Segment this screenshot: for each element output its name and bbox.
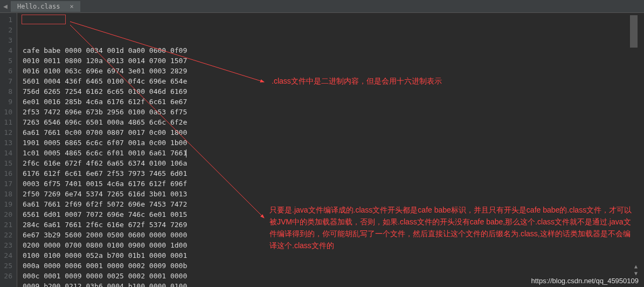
line-number: 11 bbox=[2, 117, 12, 127]
line-number: 21 bbox=[2, 220, 12, 230]
line-number: 4 bbox=[2, 45, 12, 56]
code-content[interactable]: cafe babe 0000 0034 001d 0a00 0600 0f090… bbox=[17, 13, 192, 287]
line-number: 10 bbox=[2, 107, 12, 117]
code-line: 0100 0100 0000 052a b700 01b1 0000 0001 bbox=[23, 250, 187, 261]
line-number: 5 bbox=[2, 56, 12, 66]
code-line: cafe babe 0000 0034 001d 0a00 0600 0f09 bbox=[23, 45, 187, 56]
tab-bar: ◀ Hello.class × bbox=[0, 0, 644, 13]
tab-label: Hello.class bbox=[17, 3, 60, 10]
code-line: 0200 0000 0700 0800 0100 0900 0000 1d00 bbox=[23, 240, 187, 250]
text-caret bbox=[186, 149, 186, 158]
line-number: 20 bbox=[2, 209, 12, 220]
code-line: 0003 6f75 7401 0015 4c6a 6176 612f 696f bbox=[23, 179, 187, 189]
code-line: 0016 0100 063c 696e 6974 3e01 0003 2829 bbox=[23, 66, 187, 76]
watermark: https://blog.csdn.net/qq_45950109 bbox=[531, 277, 639, 285]
line-number: 23 bbox=[2, 240, 12, 250]
code-line: 0010 0011 0800 120a 0013 0014 0700 1507 bbox=[23, 56, 187, 66]
line-number: 3 bbox=[2, 35, 12, 45]
line-number: 22 bbox=[2, 230, 12, 240]
scroll-down-icon[interactable]: ▼ bbox=[634, 270, 638, 276]
code-line: 2f50 7269 6e74 5374 7265 616d 3b01 0013 bbox=[23, 189, 187, 199]
code-line: 6e01 0016 285b 4c6a 6176 612f 6c61 6e67 bbox=[23, 97, 187, 107]
line-number: 24 bbox=[2, 250, 12, 261]
tab-hello-class[interactable]: Hello.class × bbox=[11, 1, 80, 12]
line-number: 17 bbox=[2, 179, 12, 189]
code-line: 0009 b200 0212 03b6 0004 b100 0000 0100 bbox=[23, 281, 187, 287]
code-line: 000a 0000 0006 0001 0000 0002 0009 000b bbox=[23, 261, 187, 271]
code-line: 6561 6d01 0007 7072 696e 746c 6e01 0015 bbox=[23, 209, 187, 220]
code-line: 6176 612f 6c61 6e67 2f53 7973 7465 6d01 bbox=[23, 168, 187, 179]
line-number: 2 bbox=[2, 25, 12, 35]
line-number: 18 bbox=[2, 189, 12, 199]
code-line: 1c01 0005 4865 6c6c 6f01 0010 6a61 7661 bbox=[23, 148, 187, 158]
line-number: 25 bbox=[2, 261, 12, 271]
code-line: 000c 0001 0009 0000 0025 0002 0001 0000 bbox=[23, 271, 187, 281]
code-line: 6a61 7661 0c00 0700 0807 0017 0c00 1800 bbox=[23, 127, 187, 138]
code-line: 6e67 3b29 5600 2000 0500 0600 0000 0000 bbox=[23, 230, 187, 240]
line-number: 15 bbox=[2, 158, 12, 168]
line-number: 16 bbox=[2, 168, 12, 179]
code-line: 1901 0005 6865 6c6c 6f07 001a 0c00 1b00 bbox=[23, 138, 187, 148]
code-line: 6a61 7661 2f69 6f2f 5072 696e 7453 7472 bbox=[23, 199, 187, 209]
code-line: 2f53 7472 696e 673b 2956 0100 0a53 6f75 bbox=[23, 107, 187, 117]
line-number: 12 bbox=[2, 127, 12, 138]
line-number: 13 bbox=[2, 138, 12, 148]
line-number: 19 bbox=[2, 199, 12, 209]
code-line: 5601 0004 436f 6465 0100 0f4c 696e 654e bbox=[23, 76, 187, 86]
scroll-arrows[interactable]: ▲ ▼ bbox=[634, 263, 638, 276]
line-number: 8 bbox=[2, 86, 12, 97]
line-number: 14 bbox=[2, 148, 12, 158]
annotation-hex-note: .class文件中是二进制内容，但是会用十六进制表示 bbox=[272, 77, 442, 86]
code-line: 2f6c 616e 672f 4f62 6a65 6374 0100 106a bbox=[23, 158, 187, 168]
close-icon[interactable]: × bbox=[70, 3, 73, 10]
code-line: 284c 6a61 7661 2f6c 616e 672f 5374 7269 bbox=[23, 220, 187, 230]
annotation-cafebabe-note: 只要是.java文件编译成的.class文件开头都是cafe babe标识，并且… bbox=[269, 204, 636, 251]
scrollbar-track[interactable] bbox=[630, 15, 638, 47]
cafe-babe-highlight bbox=[22, 15, 66, 24]
line-number: 26 bbox=[2, 271, 12, 281]
line-number: 6 bbox=[2, 66, 12, 76]
code-line: 756d 6265 7254 6162 6c65 0100 046d 6169 bbox=[23, 86, 187, 97]
line-number: 7 bbox=[2, 76, 12, 86]
line-number: 1 bbox=[2, 15, 12, 25]
tab-prev-icon[interactable]: ◀ bbox=[0, 2, 11, 10]
scroll-up-icon[interactable]: ▲ bbox=[634, 263, 638, 269]
code-line: 7263 6546 696c 6501 000a 4865 6c6c 6f2e bbox=[23, 117, 187, 127]
line-number: 9 bbox=[2, 97, 12, 107]
line-gutter: 1234567891011121314151617181920212223242… bbox=[0, 13, 17, 287]
